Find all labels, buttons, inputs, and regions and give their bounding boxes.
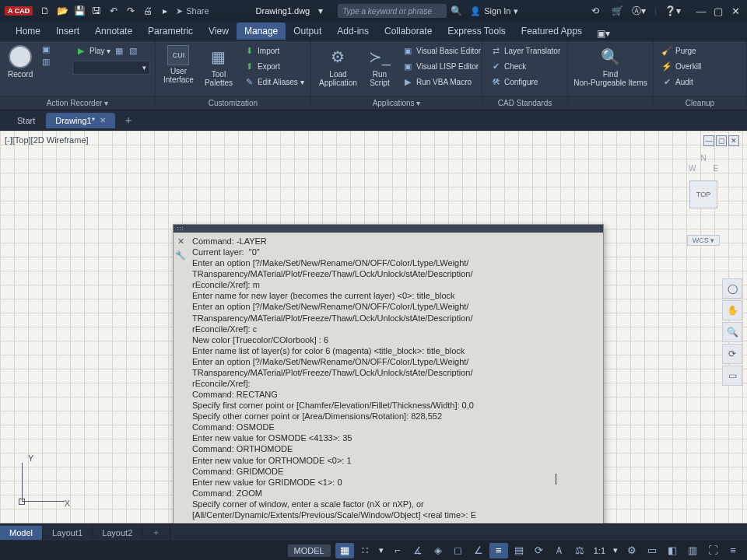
vp-maximize-icon[interactable]: ▢	[716, 135, 727, 146]
tab-layout2[interactable]: Layout2	[93, 526, 142, 540]
customize-status-icon[interactable]: ≡	[724, 543, 742, 558]
edit-aliases-button[interactable]: ✎Edit Aliases ▾	[240, 75, 307, 89]
scale-dropdown-icon[interactable]: ▾	[610, 545, 621, 555]
import-button[interactable]: ⬇Import	[240, 44, 307, 58]
viewcube-compass[interactable]: N WE	[689, 154, 718, 173]
vp-minimize-icon[interactable]: —	[703, 135, 714, 146]
annoscale-icon[interactable]: ⚖	[570, 543, 589, 558]
tab-parametric[interactable]: Parametric	[140, 23, 201, 40]
nav-pan-icon[interactable]: ✋	[722, 300, 742, 320]
export-button[interactable]: ⬆Export	[240, 59, 307, 73]
command-history[interactable]: Command: -LAYER Current layer: "0" Enter…	[174, 233, 603, 523]
rec-opt2-icon[interactable]: ▥	[40, 56, 51, 67]
isolate-icon[interactable]: ▥	[683, 543, 702, 558]
command-window[interactable]: ✕ 🔧 Command: -LAYER Current layer: "0" E…	[173, 224, 604, 523]
isoplane-icon[interactable]: ◈	[429, 543, 447, 558]
minimize-button[interactable]: —	[694, 5, 708, 17]
tab-drawing1[interactable]: Drawing1* ✕	[46, 113, 115, 128]
tab-start[interactable]: Start	[8, 113, 44, 128]
a360-icon[interactable]: Ⓐ▾	[633, 5, 645, 17]
sync-icon[interactable]: ⟲	[589, 5, 601, 17]
panel-title-applications[interactable]: Applications ▾	[311, 96, 482, 110]
annotation-icon[interactable]: Ａ	[550, 543, 569, 558]
grid-toggle-icon[interactable]: ▦	[335, 543, 354, 558]
purge-button[interactable]: 🧹Purge	[658, 44, 704, 58]
tab-output[interactable]: Output	[286, 23, 329, 40]
rec-opt1-icon[interactable]: ▣	[40, 44, 51, 54]
add-layout-button[interactable]: ＋	[142, 524, 170, 541]
tab-insert[interactable]: Insert	[48, 23, 87, 40]
tab-home[interactable]: Home	[8, 23, 48, 40]
tab-annotate[interactable]: Annotate	[87, 23, 140, 40]
monitor-icon[interactable]: ▭	[643, 543, 661, 558]
tab-addins[interactable]: Add-ins	[329, 23, 377, 40]
vle-button[interactable]: ▣Visual LISP Editor	[399, 59, 484, 73]
new-icon[interactable]: 🗋	[39, 5, 51, 17]
search-icon[interactable]: 🔍	[450, 5, 462, 17]
scale-display[interactable]: 1:1	[591, 546, 608, 555]
tab-collaborate[interactable]: Collaborate	[377, 23, 440, 40]
redo-icon[interactable]: ↷	[124, 5, 137, 17]
command-grip[interactable]	[174, 225, 603, 233]
ortho-toggle-icon[interactable]: ⌐	[388, 543, 407, 558]
record-button[interactable]: Record	[5, 44, 36, 80]
vbe-button[interactable]: ▣Visual Basic Editor	[399, 44, 484, 58]
tab-model[interactable]: Model	[0, 526, 43, 540]
tab-close-icon[interactable]: ✕	[100, 116, 106, 124]
nav-show-icon[interactable]: ▭	[722, 366, 742, 386]
wcs-selector[interactable]: WCS ▾	[687, 235, 721, 246]
snap-toggle-icon[interactable]: ∷	[356, 543, 374, 558]
command-close-icon[interactable]: ✕	[175, 236, 186, 247]
command-settings-icon[interactable]: 🔧	[175, 250, 186, 261]
maximize-button[interactable]: ▢	[711, 5, 725, 17]
model-space-chip[interactable]: MODEL	[288, 544, 331, 557]
open-icon[interactable]: 📂	[56, 5, 68, 17]
title-dropdown-icon[interactable]: ▾	[314, 5, 327, 17]
otrack-toggle-icon[interactable]: ∠	[469, 543, 488, 558]
viewcube-top[interactable]: TOP	[689, 180, 717, 208]
check-button[interactable]: ✔Check	[487, 59, 563, 73]
workspace-icon[interactable]: ⚙	[622, 543, 641, 558]
undo-icon[interactable]: ↶	[107, 5, 120, 17]
nav-orbit-icon[interactable]: ⟳	[722, 344, 742, 364]
chevron-right-icon[interactable]: ▸	[159, 5, 171, 17]
rec-ex2-icon[interactable]: ▧	[128, 45, 139, 56]
layer-translator-button[interactable]: ⇄Layer Translator	[487, 44, 563, 58]
search-input[interactable]: Type a keyword or phrase	[338, 4, 447, 18]
nav-zoom-icon[interactable]: 🔍	[722, 322, 742, 342]
viewport-label[interactable]: [-][Top][2D Wireframe]	[5, 135, 89, 145]
clean-screen-icon[interactable]: ⛶	[703, 543, 722, 558]
vba-button[interactable]: ▶Run VBA Macro	[399, 75, 484, 89]
tab-express-tools[interactable]: Express Tools	[440, 23, 513, 40]
polar-toggle-icon[interactable]: ∡	[409, 543, 427, 558]
plot-icon[interactable]: 🖨	[142, 5, 154, 17]
overkill-button[interactable]: ⚡Overkill	[658, 59, 704, 73]
signin-button[interactable]: 👤 Sign In ▾	[470, 6, 518, 16]
transparency-icon[interactable]: ▤	[510, 543, 528, 558]
nav-wheel-icon[interactable]: ◯	[722, 278, 742, 299]
share-button[interactable]: ➤ Share	[176, 6, 209, 16]
macro-combo[interactable]: ▾	[72, 61, 150, 75]
rec-ex1-icon[interactable]: ▦	[114, 45, 124, 56]
saveas-icon[interactable]: 🖫	[90, 5, 103, 17]
find-nonpurgeable-button[interactable]: 🔍 Find Non-Purgeable Items	[570, 44, 651, 89]
tab-view[interactable]: View	[201, 23, 237, 40]
cart-icon[interactable]: 🛒	[611, 5, 623, 17]
tab-featured-apps[interactable]: Featured Apps	[514, 23, 590, 40]
audit-button[interactable]: ✔Audit	[658, 75, 704, 89]
vp-close-icon[interactable]: ✕	[728, 135, 739, 146]
configure-button[interactable]: 🛠Configure	[487, 75, 563, 89]
play-button[interactable]: ▶ Play ▾ ▦ ▧	[72, 44, 150, 58]
save-icon[interactable]: 💾	[73, 5, 86, 17]
drawing-canvas[interactable]: [-][Top][2D Wireframe] — ▢ ✕ N WE TOP WC…	[0, 131, 747, 523]
help-icon[interactable]: ❔▾	[666, 5, 679, 17]
load-application-button[interactable]: ⚙ Load Application	[316, 44, 360, 89]
lineweight-icon[interactable]: ≡	[489, 543, 508, 558]
tool-palettes-button[interactable]: ▦ Tool Palettes	[202, 44, 236, 89]
osnap-toggle-icon[interactable]: ◻	[449, 543, 468, 558]
tab-manage[interactable]: Manage	[237, 23, 286, 40]
ribbon-expand-icon[interactable]: ▣▾	[598, 27, 610, 40]
panel-title-action-recorder[interactable]: Action Recorder ▾	[0, 96, 155, 110]
run-script-button[interactable]: ≻_ Run Script	[365, 44, 395, 89]
cycling-icon[interactable]: ⟳	[530, 543, 549, 558]
